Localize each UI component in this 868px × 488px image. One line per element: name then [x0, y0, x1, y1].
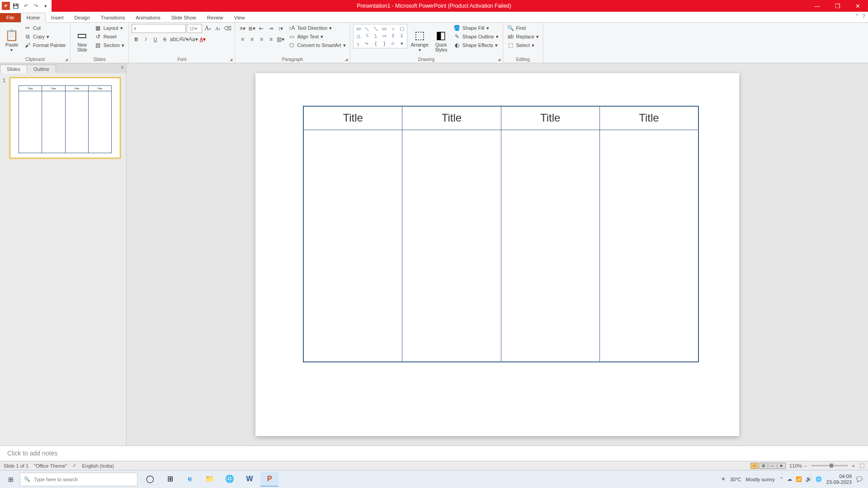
- line-spacing-icon[interactable]: ↕▾: [276, 24, 285, 33]
- section-button[interactable]: ▤Section ▾: [93, 41, 126, 49]
- change-case-icon[interactable]: Aa▾: [189, 35, 198, 44]
- view-sorter-icon[interactable]: ▦: [760, 463, 768, 469]
- tab-insert[interactable]: Insert: [46, 13, 69, 22]
- tab-review[interactable]: Review: [202, 13, 229, 22]
- table-body-1[interactable]: [304, 130, 402, 361]
- panel-close-icon[interactable]: ✕: [120, 65, 124, 70]
- zoom-slider[interactable]: [811, 465, 848, 466]
- shape-more-icon[interactable]: ▾: [397, 40, 406, 47]
- shape-fill-button[interactable]: 🪣Shape Fill ▾: [452, 24, 500, 32]
- slide-thumbnail-1[interactable]: 1 Title Title Title Title: [3, 78, 123, 158]
- help-icon[interactable]: ?: [862, 13, 865, 19]
- tab-animations[interactable]: Animations: [130, 13, 165, 22]
- justify-icon[interactable]: ≡: [266, 35, 275, 44]
- tab-slideshow[interactable]: Slide Show: [166, 13, 202, 22]
- redo-icon[interactable]: ↷: [32, 2, 40, 10]
- shapes-gallery[interactable]: ▭ ＼ ＼ ▭ ○ ▢ △ └ ⤵ ⇨ ⇧ ⇩ ┐ ⤷ { } ☆ ▾: [353, 24, 407, 48]
- quick-styles-button[interactable]: ◧ Quick Styles: [432, 24, 450, 56]
- increase-indent-icon[interactable]: ⇥: [266, 24, 275, 33]
- taskbar-explorer-icon[interactable]: 📁: [201, 472, 219, 487]
- fit-window-icon[interactable]: ⛶: [859, 463, 864, 469]
- tab-home[interactable]: Home: [21, 13, 46, 23]
- shape-rectangle-icon[interactable]: ▭: [354, 25, 363, 32]
- paragraph-dialog-launcher[interactable]: ◢: [344, 56, 349, 62]
- shape-curve2-icon[interactable]: ⤷: [363, 40, 371, 47]
- tab-design[interactable]: Design: [69, 13, 95, 22]
- shape-brace2-icon[interactable]: }: [380, 40, 388, 47]
- minimize-button[interactable]: —: [807, 0, 827, 12]
- align-left-icon[interactable]: ≡: [238, 35, 247, 44]
- layout-button[interactable]: ▦Layout ▾: [93, 24, 126, 32]
- taskbar-chrome-icon[interactable]: 🌐: [221, 472, 239, 487]
- shadow-icon[interactable]: abc: [170, 35, 179, 44]
- maximize-button[interactable]: ❐: [827, 0, 848, 12]
- table-body-3[interactable]: [501, 130, 599, 361]
- shape-elbow-icon[interactable]: └: [363, 33, 371, 39]
- start-button[interactable]: ⊞: [2, 472, 20, 487]
- tray-onedrive-icon[interactable]: ☁: [787, 476, 792, 482]
- slide-table[interactable]: Title Title Title Title: [303, 106, 699, 362]
- taskbar-word-icon[interactable]: W: [241, 472, 259, 487]
- shape-oval-icon[interactable]: ○: [389, 25, 397, 32]
- taskbar-cortana-icon[interactable]: ◯: [141, 472, 159, 487]
- tray-notifications-icon[interactable]: 💬: [856, 476, 863, 482]
- format-painter-button[interactable]: 🖌Format Painter: [23, 41, 67, 49]
- font-name-combo[interactable]: ▾: [132, 24, 186, 33]
- find-button[interactable]: 🔍Find: [506, 24, 540, 32]
- new-slide-button[interactable]: ▭ New Slide: [73, 24, 91, 56]
- columns-icon[interactable]: ▥▾: [276, 35, 285, 44]
- tray-wifi-icon[interactable]: 📶: [796, 476, 802, 482]
- convert-smartart-button[interactable]: ⬡Convert to SmartArt ▾: [287, 41, 347, 49]
- underline-icon[interactable]: U: [151, 35, 160, 44]
- zoom-out-icon[interactable]: −: [804, 463, 807, 469]
- tray-language-icon[interactable]: 🌐: [816, 476, 822, 482]
- taskbar-edge-icon[interactable]: e: [181, 472, 199, 487]
- char-spacing-icon[interactable]: AV▾: [179, 35, 188, 44]
- shape-outline-button[interactable]: ✎Shape Outline ▾: [452, 33, 500, 41]
- grow-font-icon[interactable]: A▴: [203, 24, 212, 33]
- font-color-icon[interactable]: A▾: [198, 35, 207, 44]
- tray-chevron-icon[interactable]: ⌃: [779, 476, 783, 482]
- align-center-icon[interactable]: ≡: [247, 35, 256, 44]
- panel-tab-outline[interactable]: Outline: [27, 65, 56, 73]
- tray-volume-icon[interactable]: 🔊: [806, 476, 812, 482]
- view-normal-icon[interactable]: ▭: [750, 463, 759, 469]
- close-button[interactable]: ✕: [848, 0, 868, 12]
- table-header-1[interactable]: Title: [304, 107, 402, 130]
- save-icon[interactable]: 💾: [12, 2, 20, 10]
- table-header-4[interactable]: Title: [600, 107, 698, 130]
- tab-view[interactable]: View: [229, 13, 250, 22]
- cut-button[interactable]: ✂Cut: [23, 24, 67, 32]
- weather-icon[interactable]: ☀: [721, 476, 726, 482]
- taskbar-powerpoint-icon[interactable]: P: [260, 472, 278, 487]
- shape-elbow2-icon[interactable]: ┐: [354, 40, 363, 47]
- notes-pane[interactable]: Click to add notes: [0, 446, 868, 461]
- decrease-indent-icon[interactable]: ⇤: [257, 24, 266, 33]
- shape-line2-icon[interactable]: ＼: [372, 25, 380, 32]
- table-header-2[interactable]: Title: [402, 107, 500, 130]
- bullets-icon[interactable]: ≡▾: [238, 24, 247, 33]
- qat-customize-icon[interactable]: ▾: [42, 2, 50, 10]
- font-size-combo[interactable]: 18 ▾: [187, 24, 202, 33]
- minimize-ribbon-icon[interactable]: ⌃: [855, 13, 859, 19]
- align-text-button[interactable]: ▭Align Text ▾: [287, 33, 347, 41]
- table-body-2[interactable]: [402, 130, 500, 361]
- taskbar-search[interactable]: 🔍 Type here to search: [20, 473, 137, 486]
- shape-triangle-icon[interactable]: △: [354, 33, 363, 39]
- taskbar-clock[interactable]: 04:09 23-09-2023: [826, 474, 852, 485]
- shape-star-icon[interactable]: ☆: [389, 40, 397, 47]
- replace-button[interactable]: abReplace ▾: [506, 33, 540, 41]
- slide[interactable]: Title Title Title Title: [255, 73, 739, 436]
- view-reading-icon[interactable]: ▭: [769, 463, 777, 469]
- clipboard-dialog-launcher[interactable]: ◢: [64, 56, 69, 62]
- tab-transitions[interactable]: Transitions: [95, 13, 130, 22]
- drawing-dialog-launcher[interactable]: ◢: [496, 56, 502, 62]
- shape-effects-button[interactable]: ◐Shape Effects ▾: [452, 41, 500, 49]
- table-header-3[interactable]: Title: [501, 107, 599, 130]
- paste-button[interactable]: 📋 Paste▾: [3, 24, 21, 56]
- align-right-icon[interactable]: ≡: [257, 35, 266, 44]
- shape-brace-icon[interactable]: {: [372, 40, 380, 47]
- shape-curve-icon[interactable]: ⤵: [372, 33, 380, 39]
- shape-rect2-icon[interactable]: ▭: [380, 25, 388, 32]
- shape-roundrect-icon[interactable]: ▢: [397, 25, 406, 32]
